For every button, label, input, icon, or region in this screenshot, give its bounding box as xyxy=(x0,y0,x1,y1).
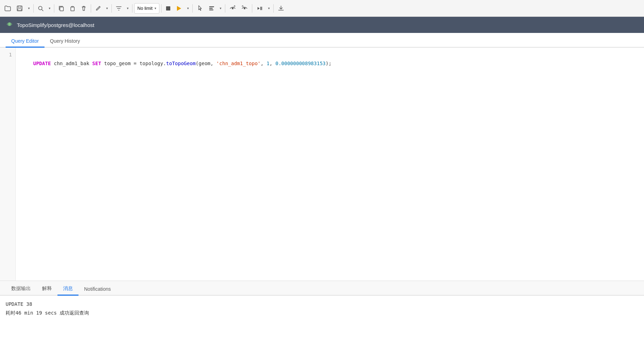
search-btn[interactable] xyxy=(35,2,46,14)
separator-5 xyxy=(132,4,132,13)
svg-rect-2 xyxy=(18,9,21,11)
svg-rect-6 xyxy=(71,7,74,11)
separator-3 xyxy=(91,4,91,13)
code-normal: chn_adm1_bak xyxy=(51,61,92,66)
macro-dropdown-btn[interactable]: ▾ xyxy=(266,2,272,14)
chevron-down-icon: ▾ xyxy=(49,6,50,10)
commit-btn[interactable] xyxy=(227,2,238,14)
explain-dropdown-btn[interactable]: ▾ xyxy=(218,2,223,14)
svg-point-16 xyxy=(8,23,11,26)
execute-dropdown-btn[interactable]: ▾ xyxy=(185,2,191,14)
tab-messages[interactable]: 消息 xyxy=(57,283,78,296)
limit-label: No limit xyxy=(137,6,152,11)
chevron-down-icon: ▾ xyxy=(187,6,189,10)
bottom-tabs: 数据输出 解释 消息 Notifications xyxy=(0,281,644,296)
separator-6 xyxy=(161,4,162,13)
svg-point-13 xyxy=(244,7,246,9)
svg-point-12 xyxy=(232,7,234,9)
func-name: toTopoGeom xyxy=(166,61,196,66)
stop-btn[interactable] xyxy=(163,2,173,14)
chevron-down-icon: ▾ xyxy=(28,6,30,10)
code-comma2: , xyxy=(269,61,275,66)
save-dropdown-btn[interactable]: ▾ xyxy=(26,2,32,14)
chevron-down-icon: ▾ xyxy=(155,6,156,10)
limit-dropdown[interactable]: No limit ▾ xyxy=(134,3,159,14)
connection-bar: TopoSimplify/postgres@localhost xyxy=(0,17,644,33)
tab-explain[interactable]: 解释 xyxy=(36,283,57,296)
chevron-down-icon: ▾ xyxy=(220,6,221,10)
cursor-btn[interactable] xyxy=(194,2,206,14)
code-paren-close: ); xyxy=(326,61,331,66)
keyword-set: SET xyxy=(92,61,101,66)
num-val-1: 1 xyxy=(267,61,269,66)
line-numbers: 1 xyxy=(0,48,16,281)
svg-rect-5 xyxy=(60,7,63,11)
num-val-2: 0.000000008983153 xyxy=(275,61,326,66)
filter-btn[interactable] xyxy=(114,2,124,14)
tab-notifications[interactable]: Notifications xyxy=(78,283,116,296)
code-comma: , xyxy=(261,61,267,66)
explain-btn[interactable] xyxy=(206,2,217,14)
macro-btn[interactable] xyxy=(254,2,265,14)
editor-area: 1 UPDATE chn_adm1_bak SET topo_geom = to… xyxy=(0,48,644,281)
separator-7 xyxy=(192,4,193,13)
separator-4 xyxy=(111,4,112,13)
edit-btn[interactable] xyxy=(93,2,103,14)
rollback-btn[interactable] xyxy=(239,2,250,14)
download-btn[interactable] xyxy=(275,2,287,14)
execute-btn[interactable] xyxy=(174,2,184,14)
tab-query-history[interactable]: Query History xyxy=(44,35,86,48)
keyword-update: UPDATE xyxy=(33,61,51,66)
tab-query-editor[interactable]: Query Editor xyxy=(6,35,44,48)
chevron-down-icon: ▾ xyxy=(268,6,270,10)
svg-rect-7 xyxy=(166,6,170,11)
code-editor[interactable]: UPDATE chn_adm1_bak SET topo_geom = topo… xyxy=(16,48,644,281)
code-paren-open: (geom, xyxy=(196,61,216,66)
message-line-3: 耗时46 min 19 secs 成功返回查询 xyxy=(6,309,638,317)
chevron-down-icon: ▾ xyxy=(106,6,108,10)
bottom-panel: 数据输出 解释 消息 Notifications UPDATE 38 耗时46 … xyxy=(0,281,644,351)
code-normal2: topo_geom = topology. xyxy=(101,61,166,66)
svg-rect-11 xyxy=(209,9,213,11)
tabs-bar: Query Editor Query History xyxy=(0,33,644,48)
svg-line-4 xyxy=(42,9,43,11)
separator-10 xyxy=(273,4,274,13)
filter-dropdown-btn[interactable]: ▾ xyxy=(125,2,130,14)
edit-dropdown-btn[interactable]: ▾ xyxy=(104,2,110,14)
chevron-down-icon: ▾ xyxy=(127,6,129,10)
svg-rect-9 xyxy=(209,6,214,7)
paste-btn[interactable] xyxy=(67,2,78,14)
separator-9 xyxy=(252,4,252,13)
string-val: 'chn_adm1_topo' xyxy=(216,61,260,66)
line-number-1: 1 xyxy=(4,52,12,57)
svg-rect-10 xyxy=(209,8,213,9)
message-line-1: UPDATE 38 xyxy=(6,300,638,309)
toolbar: ▾ ▾ ▾ xyxy=(0,0,644,17)
search-dropdown-btn[interactable]: ▾ xyxy=(47,2,52,14)
bottom-content: UPDATE 38 耗时46 min 19 secs 成功返回查询 xyxy=(0,296,644,351)
connection-title: TopoSimplify/postgres@localhost xyxy=(17,22,94,28)
separator-8 xyxy=(225,4,225,13)
connection-icon xyxy=(6,20,13,30)
svg-marker-8 xyxy=(177,6,181,11)
save-btn[interactable] xyxy=(14,2,25,14)
copy-btn[interactable] xyxy=(56,2,67,14)
separator-1 xyxy=(33,4,34,13)
delete-btn[interactable] xyxy=(78,2,89,14)
tab-data-output[interactable]: 数据输出 xyxy=(6,283,36,296)
open-folder-btn[interactable] xyxy=(2,2,13,14)
separator-2 xyxy=(54,4,54,13)
